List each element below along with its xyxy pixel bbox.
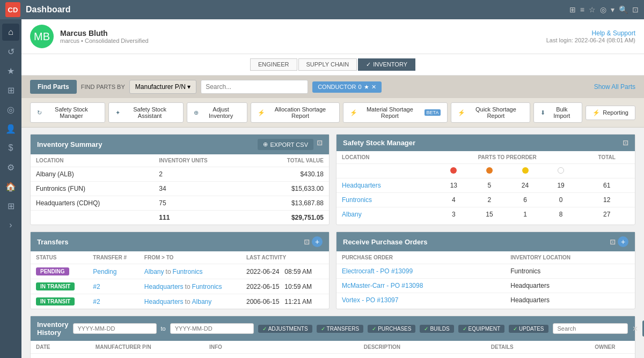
find-parts-button[interactable]: Find Parts [30, 80, 77, 94]
adjust-inventory-button[interactable]: ⊕ Adjust Inventory [187, 102, 247, 123]
material-shortage-button[interactable]: ⚡ Material Shortage Report BETA [343, 102, 448, 123]
from-link[interactable]: Headquarters [144, 283, 184, 290]
fun-empty: 0 [543, 193, 579, 207]
manufacturer-pn-button[interactable]: Manufacturer P/N ▾ [129, 80, 196, 94]
expand-icon[interactable]: ⊡ [632, 5, 639, 14]
purchases-filter[interactable]: ✓ PURCHASES [368, 325, 415, 333]
table-row: Electrocraft - PO #13099 Funtronics [336, 264, 635, 279]
alb-red: 3 [436, 207, 472, 222]
role-tab-supply-chain[interactable]: SUPPLY CHAIN [298, 58, 357, 71]
search-input[interactable] [201, 80, 308, 94]
ssm-dot-row [336, 164, 635, 178]
expand-transfers-icon[interactable]: ⊡ [304, 238, 310, 246]
equipment-filter[interactable]: ✓ EQUIPMENT [458, 325, 504, 333]
table-row: Funtronics (FUN) 34 $15,633.00 [31, 182, 329, 196]
sidebar-item-apps[interactable]: ⊞ [2, 197, 19, 214]
from-link[interactable]: Headquarters [144, 298, 184, 305]
col-last-activity: LAST ACTIVITY [241, 251, 329, 264]
safety-stock-assistant-button[interactable]: ✦ Safety Stock Assistant [108, 102, 184, 123]
safety-stock-manager-button[interactable]: ↻ Safety Stock Manager [30, 102, 105, 123]
total-value: $29,751.05 [251, 211, 329, 225]
sidebar-item-circle[interactable]: ◎ [2, 101, 19, 118]
history-search-input[interactable] [553, 323, 628, 334]
po-link[interactable]: Vortex - PO #13097 [342, 296, 398, 304]
to-link[interactable]: Funtronics [173, 268, 203, 275]
allocation-icon: ⚡ [258, 109, 265, 116]
from-to-cell: HeadquarterstoAlbany [139, 294, 241, 309]
to-link[interactable]: Funtronics [192, 283, 222, 290]
transfers-header-row: STATUS TRANSFER # FROM > TO LAST ACTIVIT… [31, 251, 329, 264]
card-header-icons: ⊕ EXPORT CSV ⊡ [258, 139, 323, 150]
hq-yellow: 24 [507, 178, 543, 193]
builds-filter[interactable]: ✓ BUILDS [420, 325, 453, 333]
updates-filter[interactable]: ✓ UPDATES [509, 325, 548, 333]
import-icon: ⬇ [540, 109, 545, 116]
clear-search-icon[interactable]: ✕ [632, 325, 638, 333]
headquarters-link[interactable]: Headquarters [342, 182, 381, 189]
col-description: DESCRIPTION [358, 341, 486, 354]
show-all-parts-link[interactable]: Show All Parts [594, 83, 635, 91]
transfers-table-body: PENDING Pending AlbanytoFuntronics 2022-… [31, 264, 329, 309]
search-icon[interactable]: 🔍 [619, 5, 628, 14]
po-link[interactable]: Electrocraft - PO #13099 [342, 267, 413, 275]
assistant-icon: ✦ [115, 109, 120, 116]
history-table-body: 2022-06-05 (04:55 PM) IS43TR16256AL-107M… [31, 354, 635, 359]
star-icon[interactable]: ☆ [589, 5, 596, 14]
eye-icon[interactable]: ◎ [600, 5, 606, 14]
sidebar-item-home[interactable]: ⌂ [2, 24, 19, 41]
transfer-link[interactable]: #2 [93, 283, 100, 290]
sidebar-item-chevron[interactable]: › [2, 217, 19, 234]
grid-icon[interactable]: ⊞ [569, 5, 576, 14]
po-location: Headquarters [505, 293, 635, 308]
list-icon[interactable]: ≡ [580, 5, 584, 14]
transfer-link[interactable]: #2 [93, 298, 100, 305]
bulk-import-button[interactable]: ⬇ Bulk Import [533, 102, 582, 123]
chevron-down-icon[interactable]: ▾ [611, 5, 614, 14]
expand-ssm-icon[interactable]: ⊡ [623, 139, 628, 147]
sidebar: ⌂ ↺ ★ ⊞ ◎ 👤 $ ⚙ 🏠 ⊞ › [0, 19, 21, 358]
po-location: Headquarters [505, 279, 635, 293]
add-transfer-button[interactable]: + [312, 236, 323, 247]
sidebar-item-grid[interactable]: ⊞ [2, 81, 19, 99]
date-to-input[interactable] [170, 323, 254, 334]
conductor-star: ★ [364, 84, 369, 91]
sidebar-item-settings[interactable]: ⚙ [2, 159, 19, 176]
transfers-filter[interactable]: ✓ TRANSFERS [317, 325, 364, 333]
cd-logo: CD [5, 2, 20, 17]
po-link[interactable]: McMaster-Carr - PO #13098 [342, 282, 423, 289]
conductor-close-icon[interactable]: ✕ [371, 84, 376, 91]
history-header-row: DATE MANUFACTURER P/N INFO DESCRIPTION D… [31, 341, 635, 354]
funtronics-link[interactable]: Funtronics [342, 196, 372, 204]
top-bar-icons: ⊞ ≡ ☆ ◎ ▾ 🔍 ⊡ [569, 5, 639, 14]
export-csv-button[interactable]: ⊕ EXPORT CSV [258, 139, 313, 150]
from-link[interactable]: Albany [144, 268, 164, 275]
table-row: Albany (ALB) 2 $430.18 [31, 167, 329, 182]
history-export-csv-button[interactable]: ⊕ EXPORT CSV [642, 320, 645, 337]
conductor-label: CONDUCTOR [318, 84, 356, 90]
sidebar-item-refresh[interactable]: ↺ [2, 43, 19, 60]
sidebar-item-user[interactable]: 👤 [2, 120, 19, 137]
add-po-button[interactable]: + [618, 236, 628, 247]
reporting-button[interactable]: ⚡ Reporting [586, 106, 635, 120]
sidebar-item-star[interactable]: ★ [2, 62, 19, 79]
to-link[interactable]: Albany [192, 298, 212, 305]
history-table: DATE MANUFACTURER P/N INFO DESCRIPTION D… [31, 341, 635, 358]
table-row: McMaster-Carr - PO #13098 Headquarters [336, 279, 635, 293]
adjustments-filter[interactable]: ✓ ADJUSTMENTS [258, 325, 312, 333]
albany-link[interactable]: Albany [342, 211, 362, 218]
sidebar-item-home2[interactable]: 🏠 [2, 178, 19, 195]
date-from-input[interactable] [73, 323, 157, 334]
expand-po-icon[interactable]: ⊡ [610, 238, 616, 246]
role-tab-inventory[interactable]: ✓INVENTORY [358, 58, 415, 71]
expand-card-icon[interactable]: ⊡ [317, 139, 323, 150]
help-link[interactable]: Help & Support [546, 29, 635, 37]
safety-stock-card: Safety Stock Manager ⊡ LOCATION PARTS TO… [336, 134, 635, 225]
role-tab-engineer[interactable]: ENGINEER [250, 58, 297, 71]
status-badge: PENDING [36, 267, 69, 275]
quick-shortage-button[interactable]: ⚡ Quick Shortage Report [451, 102, 530, 123]
allocation-shortage-button[interactable]: ⚡ Allocation Shortage Report [251, 102, 340, 123]
transfer-link[interactable]: Pending [93, 268, 116, 275]
sidebar-item-dollar[interactable]: $ [2, 139, 19, 156]
col-owner: OWNER [589, 341, 635, 354]
location-cell: Funtronics (FUN) [31, 182, 153, 196]
